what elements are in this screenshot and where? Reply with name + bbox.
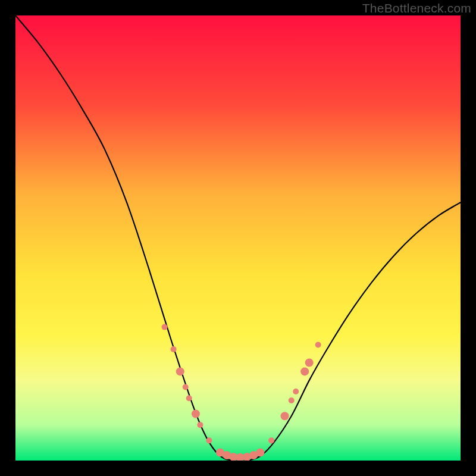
marker-point xyxy=(176,367,184,375)
marker-point xyxy=(305,358,314,367)
marker-point xyxy=(171,346,177,352)
chart-frame xyxy=(15,15,461,461)
marker-point xyxy=(293,389,299,394)
marker-point xyxy=(281,412,289,420)
marker-point xyxy=(183,384,189,390)
marker-point xyxy=(256,449,264,457)
marker-point xyxy=(289,397,295,403)
marker-point xyxy=(197,422,203,428)
marker-point xyxy=(192,409,200,418)
marker-point xyxy=(315,342,321,348)
marker-point xyxy=(206,437,212,443)
gradient-background xyxy=(15,15,461,461)
marker-point xyxy=(186,395,192,401)
chart-svg xyxy=(15,15,461,461)
watermark-text: TheBottleneck.com xyxy=(362,1,471,15)
marker-point xyxy=(300,367,309,375)
marker-point xyxy=(268,437,274,443)
marker-point xyxy=(162,324,168,330)
